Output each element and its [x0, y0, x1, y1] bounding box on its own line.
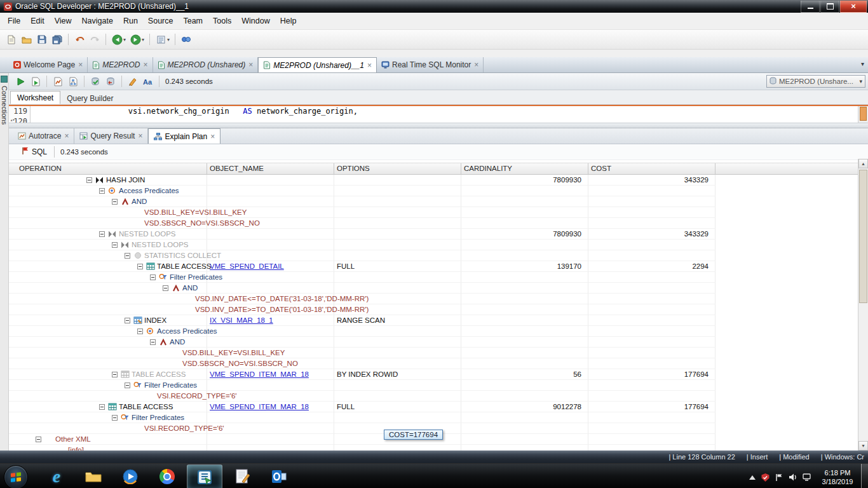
plan-row[interactable]: STATISTICS COLLECT — [9, 250, 868, 261]
plan-row[interactable]: NESTED LOOPS7809930343329 — [9, 229, 868, 240]
plan-row[interactable]: TABLE ACCESSVME_SPEND_ITEM_MAR_18FULL901… — [9, 402, 868, 412]
worksheet-dropdown-icon[interactable]: ▾ — [167, 37, 170, 43]
tree-collapse-icon[interactable] — [99, 188, 105, 194]
new-file-button[interactable] — [4, 32, 19, 46]
tab-query-builder[interactable]: Query Builder — [60, 92, 119, 104]
tree-collapse-icon[interactable] — [99, 231, 105, 237]
taskbar-media-player[interactable] — [113, 464, 147, 488]
close-tab-icon[interactable]: × — [138, 133, 142, 139]
plan-row[interactable]: TABLE ACCESSVME_SPEND_DETAILFULL13917022… — [9, 261, 868, 272]
tab-list-dropdown-icon[interactable]: ▾ — [861, 60, 864, 67]
column-header-cost[interactable]: COST — [588, 163, 715, 174]
start-button[interactable] — [4, 465, 28, 488]
sql-editor[interactable]: 119 120 ▴▾ vsi.network_chg_origin AS net… — [9, 106, 868, 123]
menu-run[interactable]: Run — [118, 15, 143, 27]
run-script-button[interactable] — [28, 74, 43, 88]
maximize-button[interactable] — [820, 1, 839, 13]
scrollbar-thumb[interactable] — [859, 170, 867, 303]
menu-view[interactable]: View — [50, 15, 77, 27]
close-tab-icon[interactable]: × — [144, 62, 148, 68]
commit-button[interactable] — [88, 74, 103, 88]
menu-help[interactable]: Help — [275, 15, 302, 27]
navigate-back-button[interactable] — [109, 32, 125, 46]
tab-welcome-page[interactable]: Welcome Page× — [9, 57, 88, 72]
taskbar-clock[interactable]: 6:18 PM 3/18/2019 — [817, 468, 858, 486]
tree-collapse-icon[interactable] — [150, 339, 156, 345]
navigate-forward-button[interactable] — [128, 32, 143, 46]
plan-row[interactable]: Filter Predicates — [9, 380, 868, 391]
taskbar-windows-explorer[interactable] — [76, 464, 111, 488]
antivirus-icon[interactable] — [761, 473, 770, 482]
plan-row[interactable]: Filter Predicates — [9, 272, 868, 283]
tab-me2prod[interactable]: ME2PROD× — [88, 57, 153, 72]
plan-row[interactable]: VSD.SBSCR_NO=VSI.SBSCR_NO — [9, 218, 868, 229]
hidden-icons-icon[interactable] — [749, 475, 756, 480]
object-name-link[interactable]: VME_SPEND_ITEM_MAR_18 — [210, 370, 309, 378]
tree-collapse-icon[interactable] — [125, 253, 130, 259]
scroll-down-icon[interactable]: ▾ — [858, 441, 868, 451]
tree-collapse-icon[interactable] — [125, 318, 130, 323]
tree-collapse-icon[interactable] — [99, 404, 105, 410]
tab-me2prod-unshared-1[interactable]: ME2PROD (Unshared)__1× — [258, 57, 377, 72]
reports-button[interactable] — [179, 32, 194, 46]
taskbar-internet-explorer[interactable]: e — [39, 464, 74, 488]
plan-row[interactable]: VSD.BILL_KEY=VSI.BILL_KEY — [9, 207, 868, 218]
close-tab-icon[interactable]: × — [210, 133, 215, 140]
column-header-options[interactable]: OPTIONS — [334, 163, 461, 174]
column-header-object-name[interactable]: OBJECT_NAME — [207, 163, 334, 174]
clear-button[interactable] — [125, 74, 140, 88]
tree-collapse-icon[interactable] — [112, 242, 118, 248]
plan-row[interactable]: TABLE ACCESSVME_SPEND_ITEM_MAR_18BY INDE… — [9, 369, 868, 380]
tab-autotrace[interactable]: Autotrace× — [13, 128, 74, 144]
to-uppercase-button[interactable]: Aa — [140, 74, 156, 88]
tab-explain-plan[interactable]: Explain Plan× — [148, 128, 220, 144]
minimize-button[interactable] — [801, 1, 820, 13]
taskbar-outlook[interactable] — [262, 464, 296, 488]
volume-icon[interactable] — [789, 473, 797, 481]
column-header-operation[interactable]: OPERATION — [9, 163, 207, 174]
network-icon[interactable] — [803, 473, 811, 481]
tree-collapse-icon[interactable] — [163, 285, 168, 291]
rollback-button[interactable] — [103, 74, 118, 88]
menu-navigate[interactable]: Navigate — [77, 15, 118, 27]
tab-worksheet[interactable]: Worksheet — [10, 91, 60, 104]
plan-row[interactable]: AND — [9, 283, 868, 294]
menu-team[interactable]: Team — [178, 15, 208, 27]
save-button[interactable] — [34, 32, 50, 46]
menu-source[interactable]: Source — [143, 15, 179, 27]
run-statement-button[interactable] — [13, 74, 28, 88]
editor-scrollbar[interactable] — [858, 106, 868, 123]
menu-window[interactable]: Window — [236, 15, 275, 27]
close-tab-icon[interactable]: × — [248, 62, 253, 68]
menu-file[interactable]: File — [3, 15, 25, 27]
autotrace-button[interactable] — [50, 74, 65, 88]
plan-row[interactable]: VSI.RECORD_TYPE='6' — [9, 391, 868, 402]
taskbar-text-editor[interactable] — [225, 464, 259, 488]
tree-collapse-icon[interactable] — [150, 274, 156, 280]
tree-collapse-icon[interactable] — [112, 415, 118, 421]
plan-row[interactable]: [info] — [9, 445, 868, 451]
gutter-scroll-arrows-icon[interactable]: ▴▾ — [10, 118, 14, 123]
menu-edit[interactable]: Edit — [25, 15, 50, 27]
show-desktop-button[interactable] — [861, 464, 868, 488]
navigate-back-dropdown-icon[interactable]: ▾ — [123, 37, 126, 43]
menu-tools[interactable]: Tools — [208, 15, 236, 27]
explain-plan-button[interactable] — [65, 74, 81, 88]
scroll-up-icon[interactable]: ▴ — [858, 159, 868, 168]
taskbar-sql-developer[interactable] — [187, 464, 222, 488]
tree-collapse-icon[interactable] — [112, 372, 118, 377]
tree-collapse-icon[interactable] — [137, 329, 143, 334]
redo-button[interactable] — [87, 32, 102, 46]
connections-panel-collapsed[interactable]: Connections — [0, 73, 9, 451]
navigate-forward-dropdown-icon[interactable]: ▾ — [142, 37, 144, 43]
plan-row[interactable]: VSD.INV_DATE<=TO_DATE('31-03-18','DD-MM-… — [9, 294, 868, 304]
tree-collapse-icon[interactable] — [112, 199, 118, 205]
plan-row[interactable]: HASH JOIN7809930343329 — [9, 175, 868, 186]
worksheet-button[interactable] — [153, 32, 168, 46]
plan-row[interactable]: NESTED LOOPS — [9, 240, 868, 250]
plan-row[interactable]: VSD.SBSCR_NO=VSI.SBSCR_NO — [9, 358, 868, 369]
plan-row[interactable]: AND — [9, 196, 868, 207]
object-name-link[interactable]: VME_SPEND_DETAIL — [210, 262, 284, 270]
tree-collapse-icon[interactable] — [125, 383, 130, 388]
plan-row[interactable]: AND — [9, 337, 868, 348]
